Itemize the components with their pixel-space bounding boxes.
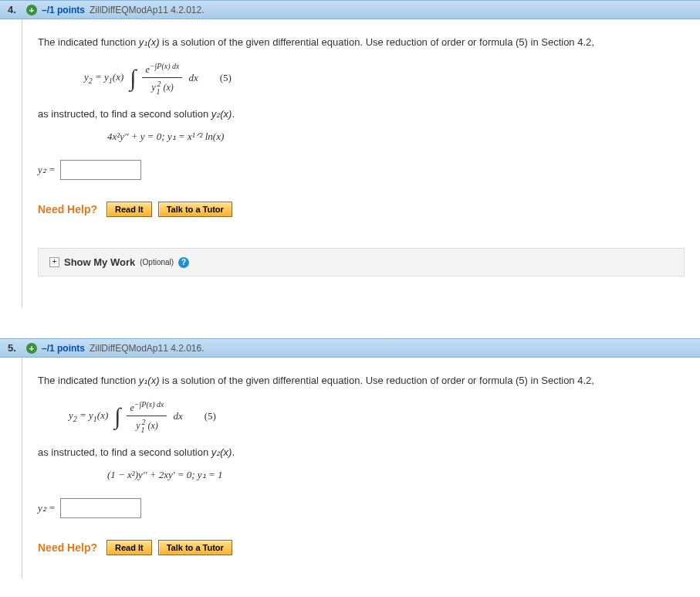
spacer (0, 307, 700, 338)
prompt-part-b: is a solution of the given differential … (159, 36, 593, 48)
fraction: e−∫P(x) dx y21(x) (142, 62, 182, 94)
y1x: y₁(x) (139, 36, 160, 48)
expand-icon[interactable]: + (26, 5, 37, 15)
talk-to-tutor-button[interactable]: Talk to a Tutor (158, 202, 232, 217)
optional-label: (Optional) (140, 258, 174, 266)
formula-row: y2 = y1(x) ∫ e−∫P(x) dx y21(x) dx (5) (38, 62, 685, 94)
question-body: The indicated function y₁(x) is a soluti… (22, 358, 700, 578)
dx: dx (188, 72, 198, 84)
answer-label: y₂ = (38, 164, 56, 176)
question-header: 4. + –/1 points ZillDiffEQModAp11 4.2.01… (0, 0, 700, 19)
integral-icon: ∫ (130, 66, 136, 90)
y2x: y₂(x) (211, 108, 232, 120)
need-help-row: Need Help? Read It Talk to a Tutor (38, 540, 685, 555)
prompt-text: The indicated function y₁(x) is a soluti… (38, 35, 685, 51)
show-work-label: Show My Work (64, 256, 135, 268)
formula-row: y2 = y1(x) ∫ e−∫P(x) dx y21(x) dx (5) (38, 400, 685, 432)
question-header: 5. + –/1 points ZillDiffEQModAp11 4.2.01… (0, 338, 700, 358)
need-help-label: Need Help? (38, 541, 97, 554)
answer-row: y₂ = (38, 498, 685, 518)
given-equation: (1 − x²)y'' + 2xy' = 0; y₁ = 1 (38, 469, 685, 481)
denominator: y21(x) (127, 416, 167, 432)
prompt-part-a: The indicated function (38, 375, 139, 386)
prompt-part-b: is a solution of the given differential … (159, 375, 593, 386)
question-source: ZillDiffEQModAp11 4.2.012. (90, 5, 205, 15)
answer-input[interactable] (60, 498, 141, 518)
points-label: –/1 points (42, 343, 85, 354)
instruction-2: as instructed, to find a second solution… (38, 108, 685, 120)
points-label: –/1 points (42, 5, 85, 15)
question-number: 4. (8, 4, 22, 15)
question-number: 5. (8, 342, 22, 354)
question-source: ZillDiffEQModAp11 4.2.016. (90, 343, 205, 354)
y1x: y₁(x) (139, 375, 160, 386)
question-body: The indicated function y₁(x) is a soluti… (22, 19, 700, 300)
equation-label: (5) (220, 72, 232, 84)
talk-to-tutor-button[interactable]: Talk to a Tutor (158, 540, 232, 555)
divider (22, 300, 700, 307)
answer-row: y₂ = (38, 160, 685, 180)
answer-label: y₂ = (38, 502, 56, 514)
y2x: y₂(x) (211, 446, 232, 458)
instruction-2: as instructed, to find a second solution… (38, 446, 685, 458)
info-icon[interactable]: ? (178, 257, 189, 268)
equation-label: (5) (205, 410, 216, 422)
plus-icon: + (49, 257, 59, 267)
formula-lhs: y2 = y1(x) (84, 71, 123, 85)
integral-icon: ∫ (114, 405, 120, 428)
prompt-part-a: The indicated function (38, 36, 139, 48)
dx: dx (173, 410, 182, 422)
formula-lhs: y2 = y1(x) (69, 409, 108, 423)
denominator: y21(x) (142, 78, 182, 94)
numerator: e−∫P(x) dx (142, 62, 182, 78)
need-help-row: Need Help? Read It Talk to a Tutor (38, 202, 685, 217)
fraction: e−∫P(x) dx y21(x) (127, 400, 167, 432)
answer-input[interactable] (60, 160, 141, 180)
prompt-text: The indicated function y₁(x) is a soluti… (38, 373, 685, 389)
read-it-button[interactable]: Read It (107, 202, 152, 217)
numerator: e−∫P(x) dx (127, 400, 167, 416)
read-it-button[interactable]: Read It (107, 540, 152, 555)
need-help-label: Need Help? (38, 203, 97, 215)
expand-icon[interactable]: + (26, 343, 37, 354)
given-equation: 4x²y'' + y = 0; y₁ = x¹ᐟ² ln(x) (38, 131, 685, 143)
show-my-work-bar[interactable]: + Show My Work (Optional) ? (38, 248, 685, 276)
